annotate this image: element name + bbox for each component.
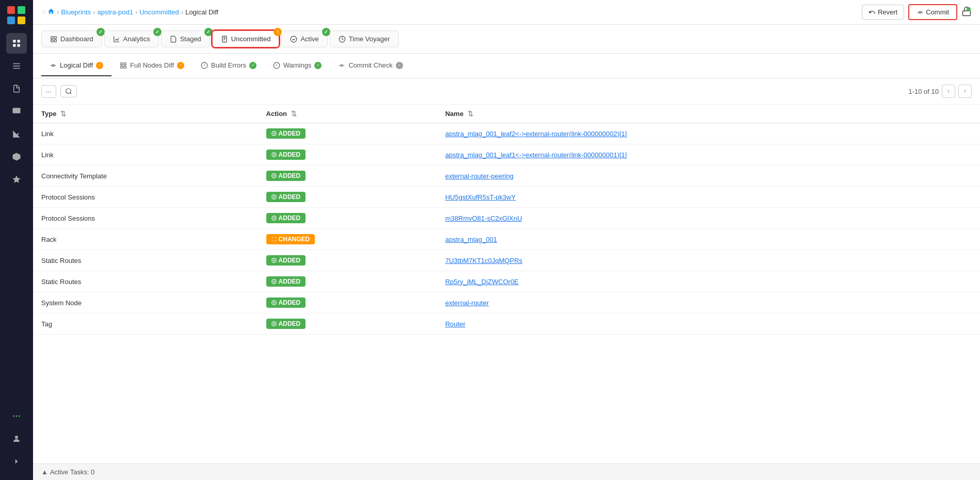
logical-diff-table: Type ⇅ Action ⇅ Name ⇅ LinkADDEDapstra_m…: [33, 105, 980, 335]
cell-name: Router: [437, 313, 980, 335]
sidebar-item-more[interactable]: [6, 406, 27, 426]
breadcrumb-uncommitted[interactable]: Uncommitted: [139, 8, 179, 16]
svg-rect-7: [13, 108, 21, 113]
name-link[interactable]: external-router-peering: [445, 172, 513, 180]
action-sort-icon[interactable]: ⇅: [291, 110, 297, 118]
badge-added: ADDED: [266, 192, 306, 202]
table-row: Protocol SessionsADDEDHU5gstXufR5sT-pk3w…: [33, 187, 980, 208]
cell-action: ADDED: [258, 165, 437, 187]
cell-name: external-router-peering: [437, 165, 980, 187]
tab-analytics[interactable]: Analytics ✓: [104, 30, 159, 47]
name-link[interactable]: apstra_mlag_001_leaf2<->external-router(…: [445, 130, 627, 138]
search-icon: [65, 88, 72, 95]
pagination-info: 1-10 of 10: [908, 85, 972, 98]
svg-point-12: [19, 416, 20, 417]
name-link[interactable]: Rp5ry_iML_DjZWCOr0E: [445, 278, 519, 286]
badge-added: ADDED: [266, 171, 306, 181]
badge-added: ADDED: [266, 319, 306, 329]
tab-uncommitted[interactable]: Uncommitted !: [212, 30, 280, 47]
tab-active-badge: ✓: [322, 28, 330, 36]
sidebar-item-design[interactable]: [6, 146, 27, 167]
name-link[interactable]: m38RmvO81-sC2xGlXnU: [445, 214, 522, 222]
subtab-full-nodes-diff[interactable]: Full Nodes Diff !: [111, 55, 192, 76]
cell-name: 7U3tbM7KT1c0JqMQPRs: [437, 250, 980, 271]
sidebar-nav: [6, 33, 27, 406]
tab-dashboard-badge: ✓: [97, 28, 105, 36]
cell-type: Protocol Sessions: [33, 187, 258, 208]
cell-name: m38RmvO81-sC2xGlXnU: [437, 208, 980, 229]
topbar: ☆ › Blueprints › apstra-pod1 › Uncommitt…: [33, 0, 980, 25]
svg-rect-18: [51, 40, 53, 42]
commit-check-icon: [338, 62, 345, 69]
cell-name: HU5gstXufR5sT-pk3wY: [437, 187, 980, 208]
subtab-warnings[interactable]: Warnings ✓: [265, 55, 330, 76]
content-area: ··· 1-10 of 10 Type ⇅: [33, 78, 980, 464]
dashboard-tab-icon: [50, 36, 57, 43]
table-header-row: Type ⇅ Action ⇅ Name ⇅: [33, 105, 980, 123]
previous-page-button[interactable]: [942, 85, 955, 98]
sidebar-item-collapse[interactable]: [6, 451, 27, 472]
commit-button[interactable]: Commit: [908, 4, 957, 20]
breadcrumb-pod[interactable]: apstra-pod1: [98, 8, 133, 16]
table-row: System NodeADDEDexternal-router: [33, 292, 980, 313]
col-name: Name ⇅: [437, 105, 980, 123]
name-link[interactable]: external-router: [445, 299, 489, 307]
cell-name: Rp5ry_iML_DjZWCOr0E: [437, 271, 980, 292]
name-link[interactable]: 7U3tbM7KT1c0JqMQPRs: [445, 257, 523, 264]
notification-dot: [967, 7, 971, 11]
table-row: TagADDEDRouter: [33, 313, 980, 335]
svg-rect-1: [18, 40, 20, 42]
svg-rect-19: [54, 40, 56, 42]
bottom-bar-toggle[interactable]: ▲: [41, 468, 48, 476]
svg-point-31: [66, 89, 71, 93]
breadcrumb-home[interactable]: [47, 8, 55, 16]
tab-active[interactable]: Active ✓: [281, 30, 327, 47]
sidebar-item-user[interactable]: [6, 428, 27, 449]
name-sort-icon[interactable]: ⇅: [468, 110, 473, 118]
col-type: Type ⇅: [33, 105, 258, 123]
revert-button[interactable]: Revert: [862, 5, 904, 20]
sidebar-item-devices[interactable]: [6, 101, 27, 122]
uncommitted-tab-icon: [221, 36, 228, 43]
cell-type: Connectivity Template: [33, 165, 258, 187]
name-link[interactable]: apstra_mlag_001: [445, 236, 497, 243]
topbar-actions: Revert Commit: [862, 4, 972, 20]
sidebar-item-analytics[interactable]: [6, 124, 27, 144]
type-sort-icon[interactable]: ⇅: [60, 110, 66, 118]
warnings-badge: ✓: [314, 62, 322, 69]
warnings-icon: [273, 62, 280, 69]
sidebar-item-dashboard[interactable]: [6, 33, 27, 54]
cell-type: Protocol Sessions: [33, 208, 258, 229]
subtab-logical-diff[interactable]: Logical Diff !: [41, 55, 111, 76]
tabs-row: Dashboard ✓ Analytics ✓ Staged ✓ Uncommi…: [33, 25, 980, 54]
cell-name: apstra_mlag_001: [437, 229, 980, 250]
tab-time-voyager[interactable]: Time Voyager: [330, 30, 399, 47]
cell-type: Static Routes: [33, 271, 258, 292]
name-link[interactable]: apstra_mlag_001_leaf1<->external-router(…: [445, 151, 627, 159]
table-body: LinkADDEDapstra_mlag_001_leaf2<->externa…: [33, 123, 980, 335]
more-options-button[interactable]: ···: [41, 85, 56, 98]
sidebar-item-list[interactable]: [6, 56, 27, 76]
subtab-commit-check[interactable]: Commit Check ×: [330, 55, 411, 76]
subtab-build-errors[interactable]: Build Errors ✓: [192, 55, 265, 76]
chevron-right-icon: [962, 89, 968, 94]
breadcrumb: › Blueprints › apstra-pod1 › Uncommitted…: [47, 8, 862, 16]
sidebar-item-docs[interactable]: [6, 78, 27, 99]
search-button[interactable]: [60, 85, 77, 97]
next-page-button[interactable]: [958, 85, 972, 98]
tab-staged[interactable]: Staged ✓: [161, 30, 210, 47]
favorite-star-icon[interactable]: ☆: [41, 8, 47, 16]
breadcrumb-blueprints[interactable]: Blueprints: [61, 8, 91, 16]
name-link[interactable]: HU5gstXufR5sT-pk3wY: [445, 193, 516, 201]
tab-dashboard[interactable]: Dashboard ✓: [41, 30, 102, 47]
cell-name: apstra_mlag_001_leaf1<->external-router(…: [437, 144, 980, 165]
full-nodes-diff-badge: !: [177, 62, 184, 69]
name-link[interactable]: Router: [445, 320, 465, 328]
cell-type: Link: [33, 123, 258, 144]
bottom-bar: ▲ Active Tasks: 0: [33, 464, 980, 480]
app-logo: [7, 6, 26, 25]
table-row: Static RoutesADDEDRp5ry_iML_DjZWCOr0E: [33, 271, 980, 292]
svg-rect-3: [18, 44, 20, 47]
sidebar-item-favorites[interactable]: [6, 169, 27, 190]
cell-action: ADDED: [258, 250, 437, 271]
